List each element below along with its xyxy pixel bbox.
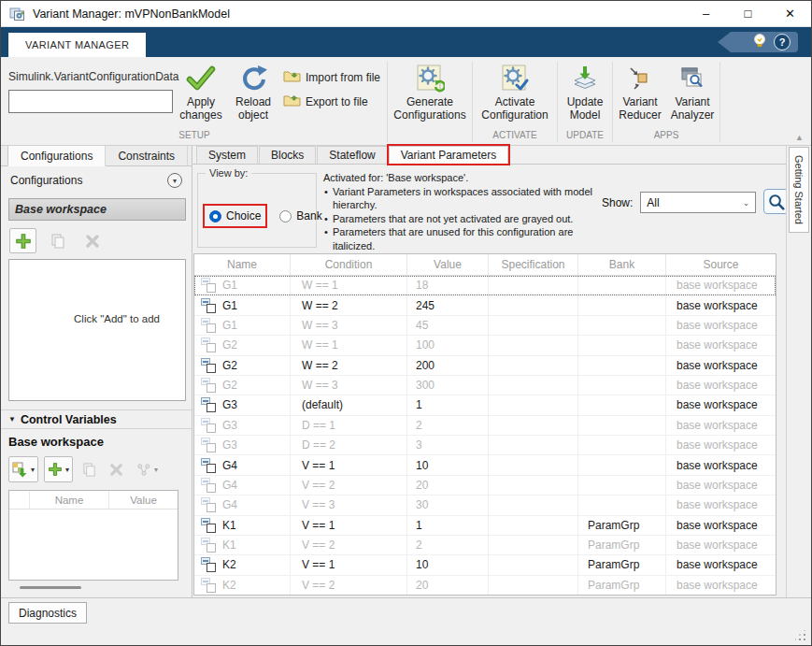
- tab-stateflow[interactable]: Stateflow: [317, 146, 387, 164]
- getting-started-tab[interactable]: Getting Started: [789, 147, 809, 233]
- table-row[interactable]: G1W == 345base workspace: [194, 316, 776, 336]
- table-row[interactable]: G3(default)1base workspace: [194, 395, 776, 415]
- table-row[interactable]: G2W == 1100base workspace: [194, 336, 776, 355]
- configurations-list[interactable]: Click "Add" to add: [8, 259, 186, 401]
- tab-configurations[interactable]: Configurations: [7, 146, 106, 166]
- export-to-file-button[interactable]: Export to file: [283, 93, 380, 109]
- cell-specification: [489, 536, 578, 554]
- cell-bank: [578, 436, 666, 454]
- cell-source: base workspace: [666, 295, 776, 314]
- diagnostics-button[interactable]: Diagnostics: [8, 602, 87, 624]
- tab-variant-parameters[interactable]: Variant Parameters: [389, 146, 509, 164]
- link-variable-button[interactable]: ▾: [133, 456, 162, 482]
- dropdown-chevron-icon: ▾: [65, 466, 69, 474]
- table-row[interactable]: G3D == 12base workspace: [194, 416, 776, 436]
- control-variables-table[interactable]: Name Value: [8, 490, 178, 581]
- tab-system[interactable]: System: [196, 146, 258, 164]
- show-filter-select[interactable]: All ⌄: [640, 192, 756, 213]
- app-icon: [9, 6, 25, 22]
- table-row[interactable]: K2V == 220ParamGrpbase workspace: [194, 576, 776, 595]
- apply-changes-button[interactable]: Apply changes: [175, 59, 227, 122]
- section-apps: Variant Reducer Variant Analyzer: [614, 59, 719, 145]
- cell-specification: [489, 436, 578, 454]
- update-model-button[interactable]: Update Model: [559, 59, 611, 122]
- horizontal-scrollbar[interactable]: [20, 586, 81, 589]
- variant-parameter-icon: [201, 518, 216, 533]
- col-bank[interactable]: Bank: [578, 254, 666, 275]
- object-name-input[interactable]: [8, 90, 173, 113]
- section-update: Update Model UPDATE: [559, 59, 611, 145]
- table-row[interactable]: K1V == 22ParamGrpbase workspace: [194, 536, 776, 555]
- import-folder-icon: [283, 69, 301, 85]
- col-specification[interactable]: Specification: [489, 254, 578, 275]
- cell-bank: [578, 455, 666, 474]
- tab-variant-manager[interactable]: VARIANT MANAGER: [8, 33, 146, 57]
- radio-bank[interactable]: Bank: [275, 206, 326, 226]
- cell-condition: V == 1: [291, 455, 407, 474]
- table-row[interactable]: G1W == 2245base workspace: [194, 295, 776, 315]
- delete-configuration-button[interactable]: [78, 228, 106, 253]
- cell-specification: [489, 495, 578, 514]
- table-row[interactable]: G3D == 23base workspace: [194, 436, 776, 455]
- variant-analyzer-button[interactable]: Variant Analyzer: [666, 59, 719, 122]
- variant-parameter-icon: [201, 378, 216, 393]
- cell-bank: [578, 495, 666, 514]
- table-row[interactable]: G4V == 110base workspace: [194, 455, 776, 475]
- add-configuration-button[interactable]: [9, 228, 36, 253]
- add-variable-button[interactable]: ▾: [44, 456, 73, 482]
- generate-configurations-button[interactable]: Generate Configurations: [389, 59, 471, 122]
- reload-object-button[interactable]: Reload object: [227, 59, 279, 122]
- col-source[interactable]: Source: [666, 254, 776, 275]
- variant-reducer-button[interactable]: Variant Reducer: [614, 59, 666, 122]
- collapse-section-icon: ▼: [8, 415, 16, 423]
- table-row[interactable]: K1V == 11ParamGrpbase workspace: [194, 516, 776, 536]
- cell-specification: [489, 316, 578, 335]
- close-button[interactable]: ✕: [769, 1, 811, 26]
- right-tab-bar: System Blocks Stateflow Variant Paramete…: [192, 146, 787, 165]
- help-icon[interactable]: ?: [774, 34, 791, 50]
- cell-value: 300: [407, 376, 489, 395]
- table-row[interactable]: G4V == 220base workspace: [194, 476, 776, 495]
- import-from-file-button[interactable]: Import from file: [283, 69, 380, 85]
- table-row[interactable]: G1W == 118base workspace: [194, 276, 776, 295]
- minimize-button[interactable]: –: [685, 1, 727, 26]
- tab-constraints[interactable]: Constraints: [106, 146, 188, 165]
- panel-menu-icon[interactable]: ▾: [167, 173, 182, 188]
- cell-value: 10: [407, 455, 489, 474]
- table-row[interactable]: G4V == 330base workspace: [194, 495, 776, 515]
- col-name[interactable]: Name: [194, 254, 291, 275]
- cell-source: base workspace: [666, 536, 776, 554]
- variant-parameter-icon: [201, 358, 216, 373]
- collapse-ribbon-icon[interactable]: ▲: [795, 133, 804, 142]
- control-variables-toolbar: ▾ ▾ ▾: [8, 456, 188, 482]
- control-variables-header[interactable]: ▼ Control Variables: [1, 409, 192, 429]
- radio-choice[interactable]: Choice: [203, 204, 267, 228]
- copy-configuration-button[interactable]: [44, 228, 71, 253]
- cell-specification: [489, 476, 578, 495]
- cell-name: K1: [194, 516, 291, 535]
- copy-variable-button[interactable]: [78, 456, 100, 482]
- resize-grip-icon[interactable]: [795, 630, 806, 641]
- cell-bank: [578, 336, 666, 354]
- info-bullet-1: Variant Parameters in workspaces associa…: [323, 185, 598, 212]
- table-row[interactable]: K2V == 110ParamGrpbase workspace: [194, 555, 776, 575]
- cell-bank: [578, 416, 666, 435]
- delete-variable-button[interactable]: [106, 456, 127, 482]
- cell-name: G4: [194, 455, 291, 474]
- cell-bank: [578, 356, 666, 375]
- search-icon: [767, 193, 786, 211]
- import-variables-button[interactable]: ▾: [8, 456, 38, 482]
- col-value[interactable]: Value: [407, 254, 489, 275]
- maximize-button[interactable]: □: [727, 1, 769, 26]
- parameter-table: Name Condition Value Specification Bank …: [193, 253, 776, 596]
- tab-blocks[interactable]: Blocks: [259, 146, 316, 164]
- activate-configuration-button[interactable]: Activate Configuration: [474, 59, 556, 122]
- cell-value: 1: [407, 395, 489, 414]
- col-condition[interactable]: Condition: [291, 254, 407, 275]
- lightbulb-icon[interactable]: [753, 33, 766, 52]
- table-row[interactable]: G2W == 2200base workspace: [194, 356, 776, 376]
- table-row[interactable]: G2W == 3300base workspace: [194, 376, 776, 395]
- cell-source: base workspace: [666, 395, 776, 414]
- activate-section-label: ACTIVATE: [474, 130, 556, 145]
- cell-source: base workspace: [666, 516, 776, 535]
